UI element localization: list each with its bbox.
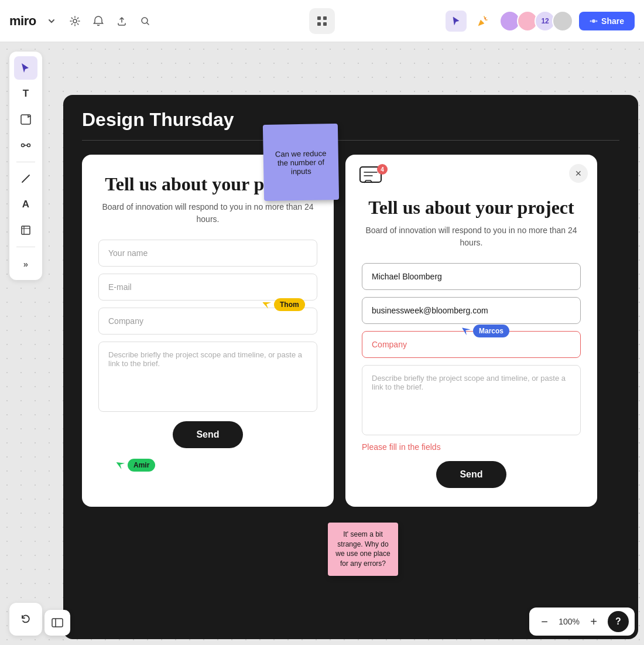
zoom-in-button[interactable]: + bbox=[584, 612, 603, 631]
cursor-thom: Thom bbox=[263, 298, 305, 311]
card2-subtitle: Board of innovation will respond to you … bbox=[362, 224, 581, 249]
cursor-tag-amir: Amir bbox=[128, 459, 155, 472]
chat-icon-badge[interactable]: 4 bbox=[359, 166, 385, 190]
divider-2 bbox=[16, 247, 35, 247]
settings-icon[interactable] bbox=[67, 13, 83, 29]
panel-toggle[interactable] bbox=[44, 610, 70, 636]
toolbar-right: 12 Share bbox=[446, 11, 635, 32]
left-toolbar: T A » bbox=[9, 52, 42, 280]
board-divider bbox=[82, 140, 619, 141]
error-message: Please fill in the fields bbox=[362, 442, 581, 452]
email-field-1[interactable]: E-mail bbox=[98, 274, 317, 301]
cursor-arrow-amir bbox=[116, 460, 126, 470]
bottom-left-toolbar bbox=[9, 603, 42, 636]
description-field-2[interactable]: Describe briefly the project scope and t… bbox=[362, 365, 581, 435]
share-button[interactable]: Share bbox=[579, 12, 635, 30]
line-tool[interactable] bbox=[14, 167, 37, 190]
email-field-2[interactable]: businessweek@bloomberg.com bbox=[362, 297, 581, 324]
close-button-card2[interactable]: ✕ bbox=[569, 164, 588, 183]
svg-point-12 bbox=[28, 144, 30, 147]
text-tool[interactable]: T bbox=[14, 82, 37, 105]
zoom-level: 100% bbox=[554, 617, 584, 626]
svg-rect-13 bbox=[22, 226, 30, 234]
name-field-2[interactable]: Michael Bloomberg bbox=[362, 263, 581, 290]
svg-point-0 bbox=[73, 19, 77, 23]
avatar-3 bbox=[552, 11, 573, 32]
miro-logo: miro bbox=[9, 13, 36, 29]
frame-tool[interactable] bbox=[14, 219, 37, 242]
description-field-1[interactable]: Describe briefly the project scope and t… bbox=[98, 342, 317, 412]
form-card-1: Tell us about your project Board of inno… bbox=[82, 155, 334, 507]
undo-button[interactable] bbox=[14, 608, 37, 631]
svg-point-11 bbox=[22, 144, 25, 147]
cursor-amir: Amir bbox=[117, 459, 155, 472]
board-title: Design Thursday bbox=[82, 109, 619, 131]
sticky-note-pink[interactable]: It' seem a bit strange. Why do we use on… bbox=[328, 523, 398, 576]
svg-rect-14 bbox=[52, 619, 63, 627]
svg-rect-5 bbox=[323, 22, 327, 26]
send-button-1[interactable]: Send bbox=[173, 421, 242, 448]
notification-icon[interactable] bbox=[90, 13, 107, 29]
avatar-group: 12 bbox=[499, 11, 573, 32]
help-button[interactable]: ? bbox=[608, 611, 629, 632]
svg-rect-2 bbox=[317, 16, 321, 20]
form-card-2: 4 ✕ Tell us about your project Board of … bbox=[345, 155, 597, 507]
card1-subtitle: Board of innovation will respond to you … bbox=[98, 201, 317, 226]
toolbar-center bbox=[309, 8, 335, 34]
card2-title: Tell us about your project bbox=[362, 197, 581, 219]
svg-rect-3 bbox=[323, 16, 327, 20]
send-button-2[interactable]: Send bbox=[436, 461, 506, 488]
search-icon[interactable] bbox=[137, 13, 153, 29]
sticky-note-tool[interactable] bbox=[14, 108, 37, 131]
top-toolbar: miro bbox=[0, 0, 644, 42]
svg-point-7 bbox=[592, 19, 595, 23]
name-field-1[interactable]: Your name bbox=[98, 240, 317, 267]
select-tool[interactable] bbox=[14, 56, 37, 80]
party-icon[interactable] bbox=[472, 11, 494, 32]
sticky-note-inputs[interactable]: Can we reduce the number of inputs bbox=[263, 124, 339, 201]
chat-icon-area: 4 bbox=[359, 166, 385, 190]
svg-point-6 bbox=[485, 18, 486, 19]
cursor-tag-thom: Thom bbox=[274, 298, 305, 311]
svg-point-9 bbox=[596, 20, 598, 22]
board: Design Thursday Can we reduce the number… bbox=[63, 95, 638, 639]
cards-row: Can we reduce the number of inputs Tell … bbox=[82, 155, 619, 507]
cursor-tool-button[interactable] bbox=[446, 11, 467, 32]
svg-rect-4 bbox=[317, 22, 321, 26]
grid-view-button[interactable] bbox=[309, 8, 335, 34]
pen-tool[interactable]: A bbox=[14, 193, 37, 216]
toolbar-left: miro bbox=[9, 13, 153, 29]
more-tools[interactable]: » bbox=[14, 252, 37, 275]
company-field-1[interactable]: Company bbox=[98, 308, 317, 335]
svg-point-8 bbox=[590, 20, 592, 22]
canvas: Design Thursday Can we reduce the number… bbox=[0, 42, 644, 645]
dropdown-chevron[interactable] bbox=[43, 13, 60, 29]
badge-count: 4 bbox=[377, 164, 388, 175]
cursor-tag-marcos: Marcos bbox=[473, 325, 509, 337]
zoom-out-button[interactable]: − bbox=[535, 612, 554, 631]
cursor-arrow-marcos bbox=[462, 326, 471, 336]
divider-1 bbox=[16, 162, 35, 162]
cursor-marcos: Marcos bbox=[463, 325, 509, 337]
connect-tool[interactable] bbox=[14, 134, 37, 157]
zoom-toolbar: − 100% + ? bbox=[529, 608, 635, 636]
cursor-arrow-thom bbox=[262, 299, 273, 310]
upload-icon[interactable] bbox=[114, 13, 130, 29]
